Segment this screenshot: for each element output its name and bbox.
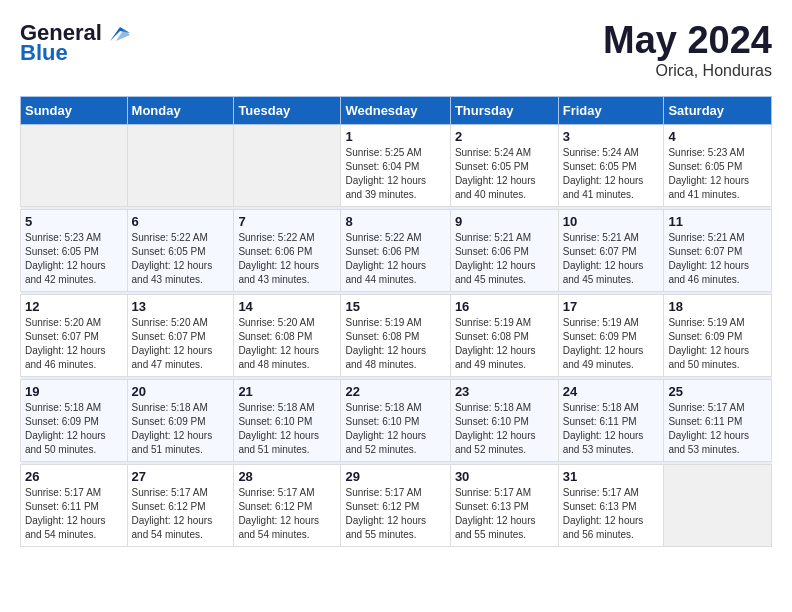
day-header-monday: Monday bbox=[127, 96, 234, 124]
day-number: 26 bbox=[25, 469, 123, 484]
calendar-cell: 7Sunrise: 5:22 AM Sunset: 6:06 PM Daylig… bbox=[234, 209, 341, 291]
calendar-cell: 30Sunrise: 5:17 AM Sunset: 6:13 PM Dayli… bbox=[450, 464, 558, 546]
day-info: Sunrise: 5:19 AM Sunset: 6:08 PM Dayligh… bbox=[345, 316, 445, 372]
calendar-cell: 5Sunrise: 5:23 AM Sunset: 6:05 PM Daylig… bbox=[21, 209, 128, 291]
calendar-cell: 21Sunrise: 5:18 AM Sunset: 6:10 PM Dayli… bbox=[234, 379, 341, 461]
calendar-cell: 26Sunrise: 5:17 AM Sunset: 6:11 PM Dayli… bbox=[21, 464, 128, 546]
day-number: 8 bbox=[345, 214, 445, 229]
calendar-cell: 1Sunrise: 5:25 AM Sunset: 6:04 PM Daylig… bbox=[341, 124, 450, 206]
day-info: Sunrise: 5:24 AM Sunset: 6:05 PM Dayligh… bbox=[563, 146, 660, 202]
day-number: 27 bbox=[132, 469, 230, 484]
day-info: Sunrise: 5:17 AM Sunset: 6:12 PM Dayligh… bbox=[345, 486, 445, 542]
day-info: Sunrise: 5:18 AM Sunset: 6:09 PM Dayligh… bbox=[132, 401, 230, 457]
calendar-cell bbox=[127, 124, 234, 206]
calendar-cell: 27Sunrise: 5:17 AM Sunset: 6:12 PM Dayli… bbox=[127, 464, 234, 546]
day-number: 16 bbox=[455, 299, 554, 314]
day-number: 12 bbox=[25, 299, 123, 314]
calendar-table: SundayMondayTuesdayWednesdayThursdayFrid… bbox=[20, 96, 772, 547]
calendar-cell: 17Sunrise: 5:19 AM Sunset: 6:09 PM Dayli… bbox=[558, 294, 664, 376]
day-number: 17 bbox=[563, 299, 660, 314]
logo-bird-icon bbox=[102, 23, 130, 43]
day-info: Sunrise: 5:19 AM Sunset: 6:09 PM Dayligh… bbox=[668, 316, 767, 372]
day-number: 20 bbox=[132, 384, 230, 399]
calendar-cell: 12Sunrise: 5:20 AM Sunset: 6:07 PM Dayli… bbox=[21, 294, 128, 376]
calendar-cell: 14Sunrise: 5:20 AM Sunset: 6:08 PM Dayli… bbox=[234, 294, 341, 376]
day-info: Sunrise: 5:18 AM Sunset: 6:10 PM Dayligh… bbox=[455, 401, 554, 457]
calendar-cell bbox=[21, 124, 128, 206]
day-number: 7 bbox=[238, 214, 336, 229]
day-info: Sunrise: 5:21 AM Sunset: 6:07 PM Dayligh… bbox=[563, 231, 660, 287]
calendar-cell bbox=[664, 464, 772, 546]
day-number: 30 bbox=[455, 469, 554, 484]
calendar-cell: 13Sunrise: 5:20 AM Sunset: 6:07 PM Dayli… bbox=[127, 294, 234, 376]
day-header-tuesday: Tuesday bbox=[234, 96, 341, 124]
day-number: 1 bbox=[345, 129, 445, 144]
day-number: 22 bbox=[345, 384, 445, 399]
calendar-cell: 22Sunrise: 5:18 AM Sunset: 6:10 PM Dayli… bbox=[341, 379, 450, 461]
day-number: 5 bbox=[25, 214, 123, 229]
logo-blue: Blue bbox=[20, 40, 68, 66]
day-number: 19 bbox=[25, 384, 123, 399]
day-info: Sunrise: 5:22 AM Sunset: 6:06 PM Dayligh… bbox=[345, 231, 445, 287]
day-number: 24 bbox=[563, 384, 660, 399]
day-number: 9 bbox=[455, 214, 554, 229]
calendar-cell: 24Sunrise: 5:18 AM Sunset: 6:11 PM Dayli… bbox=[558, 379, 664, 461]
calendar-cell bbox=[234, 124, 341, 206]
day-info: Sunrise: 5:20 AM Sunset: 6:08 PM Dayligh… bbox=[238, 316, 336, 372]
day-info: Sunrise: 5:18 AM Sunset: 6:10 PM Dayligh… bbox=[345, 401, 445, 457]
day-info: Sunrise: 5:17 AM Sunset: 6:11 PM Dayligh… bbox=[668, 401, 767, 457]
day-info: Sunrise: 5:25 AM Sunset: 6:04 PM Dayligh… bbox=[345, 146, 445, 202]
day-header-thursday: Thursday bbox=[450, 96, 558, 124]
day-info: Sunrise: 5:18 AM Sunset: 6:09 PM Dayligh… bbox=[25, 401, 123, 457]
calendar-cell: 16Sunrise: 5:19 AM Sunset: 6:08 PM Dayli… bbox=[450, 294, 558, 376]
day-info: Sunrise: 5:23 AM Sunset: 6:05 PM Dayligh… bbox=[25, 231, 123, 287]
calendar-cell: 25Sunrise: 5:17 AM Sunset: 6:11 PM Dayli… bbox=[664, 379, 772, 461]
day-info: Sunrise: 5:19 AM Sunset: 6:09 PM Dayligh… bbox=[563, 316, 660, 372]
day-info: Sunrise: 5:17 AM Sunset: 6:12 PM Dayligh… bbox=[132, 486, 230, 542]
calendar-cell: 18Sunrise: 5:19 AM Sunset: 6:09 PM Dayli… bbox=[664, 294, 772, 376]
day-header-sunday: Sunday bbox=[21, 96, 128, 124]
day-info: Sunrise: 5:21 AM Sunset: 6:06 PM Dayligh… bbox=[455, 231, 554, 287]
calendar-cell: 11Sunrise: 5:21 AM Sunset: 6:07 PM Dayli… bbox=[664, 209, 772, 291]
day-info: Sunrise: 5:19 AM Sunset: 6:08 PM Dayligh… bbox=[455, 316, 554, 372]
day-number: 31 bbox=[563, 469, 660, 484]
calendar-cell: 2Sunrise: 5:24 AM Sunset: 6:05 PM Daylig… bbox=[450, 124, 558, 206]
calendar-cell: 23Sunrise: 5:18 AM Sunset: 6:10 PM Dayli… bbox=[450, 379, 558, 461]
day-number: 4 bbox=[668, 129, 767, 144]
calendar-cell: 9Sunrise: 5:21 AM Sunset: 6:06 PM Daylig… bbox=[450, 209, 558, 291]
day-info: Sunrise: 5:17 AM Sunset: 6:12 PM Dayligh… bbox=[238, 486, 336, 542]
day-number: 6 bbox=[132, 214, 230, 229]
calendar-cell: 15Sunrise: 5:19 AM Sunset: 6:08 PM Dayli… bbox=[341, 294, 450, 376]
logo: General Blue bbox=[20, 20, 130, 66]
day-number: 21 bbox=[238, 384, 336, 399]
day-info: Sunrise: 5:24 AM Sunset: 6:05 PM Dayligh… bbox=[455, 146, 554, 202]
day-number: 28 bbox=[238, 469, 336, 484]
day-number: 15 bbox=[345, 299, 445, 314]
day-number: 13 bbox=[132, 299, 230, 314]
day-number: 10 bbox=[563, 214, 660, 229]
calendar-title: May 2024 bbox=[603, 20, 772, 62]
day-info: Sunrise: 5:18 AM Sunset: 6:10 PM Dayligh… bbox=[238, 401, 336, 457]
day-number: 25 bbox=[668, 384, 767, 399]
day-header-saturday: Saturday bbox=[664, 96, 772, 124]
day-header-wednesday: Wednesday bbox=[341, 96, 450, 124]
calendar-cell: 28Sunrise: 5:17 AM Sunset: 6:12 PM Dayli… bbox=[234, 464, 341, 546]
calendar-cell: 3Sunrise: 5:24 AM Sunset: 6:05 PM Daylig… bbox=[558, 124, 664, 206]
day-info: Sunrise: 5:18 AM Sunset: 6:11 PM Dayligh… bbox=[563, 401, 660, 457]
day-info: Sunrise: 5:21 AM Sunset: 6:07 PM Dayligh… bbox=[668, 231, 767, 287]
day-info: Sunrise: 5:17 AM Sunset: 6:11 PM Dayligh… bbox=[25, 486, 123, 542]
calendar-cell: 20Sunrise: 5:18 AM Sunset: 6:09 PM Dayli… bbox=[127, 379, 234, 461]
day-info: Sunrise: 5:17 AM Sunset: 6:13 PM Dayligh… bbox=[563, 486, 660, 542]
day-number: 18 bbox=[668, 299, 767, 314]
calendar-cell: 10Sunrise: 5:21 AM Sunset: 6:07 PM Dayli… bbox=[558, 209, 664, 291]
day-info: Sunrise: 5:17 AM Sunset: 6:13 PM Dayligh… bbox=[455, 486, 554, 542]
day-number: 2 bbox=[455, 129, 554, 144]
day-header-friday: Friday bbox=[558, 96, 664, 124]
day-info: Sunrise: 5:20 AM Sunset: 6:07 PM Dayligh… bbox=[132, 316, 230, 372]
calendar-cell: 4Sunrise: 5:23 AM Sunset: 6:05 PM Daylig… bbox=[664, 124, 772, 206]
day-info: Sunrise: 5:23 AM Sunset: 6:05 PM Dayligh… bbox=[668, 146, 767, 202]
day-number: 3 bbox=[563, 129, 660, 144]
calendar-cell: 31Sunrise: 5:17 AM Sunset: 6:13 PM Dayli… bbox=[558, 464, 664, 546]
day-number: 11 bbox=[668, 214, 767, 229]
day-number: 14 bbox=[238, 299, 336, 314]
